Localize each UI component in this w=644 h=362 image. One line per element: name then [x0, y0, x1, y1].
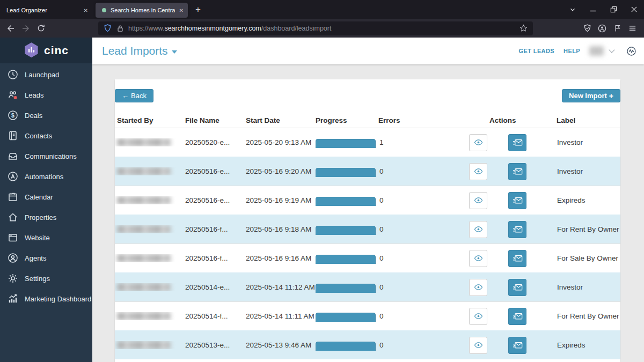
- table-header-row: Started ByFile NameStart DateProgressErr…: [115, 113, 620, 128]
- menu-hamburger-icon[interactable]: [625, 21, 640, 36]
- reload-icon[interactable]: [33, 21, 48, 36]
- new-tab-button[interactable]: +: [188, 4, 208, 15]
- browser-tab-bar: Lead Organizer ✕ Search Homes in Central…: [0, 0, 644, 19]
- send-mail-icon: [513, 313, 523, 320]
- send-mail-icon: [513, 139, 523, 146]
- cell-started-by: [115, 167, 185, 175]
- email-import-button[interactable]: [508, 192, 526, 209]
- settings-icon: [7, 273, 19, 284]
- email-import-button[interactable]: [508, 163, 526, 180]
- back-button[interactable]: ←Back: [115, 89, 153, 102]
- call-activity-icon[interactable]: [626, 46, 636, 56]
- cell-file-name: 20250516-f...: [185, 254, 246, 262]
- sidebar-item-properties[interactable]: Properties: [0, 207, 92, 227]
- sidebar-item-settings[interactable]: Settings: [0, 268, 92, 289]
- cell-label: For Sale By Owner: [557, 254, 620, 262]
- progress-bar: [316, 313, 376, 322]
- sidebar-item-automations[interactable]: Automations: [0, 166, 92, 187]
- view-import-button[interactable]: [469, 337, 487, 354]
- cell-file-name: 20250516-e...: [185, 196, 246, 204]
- communications-icon: [7, 151, 19, 161]
- cell-file-name: 20250516-f...: [185, 225, 246, 233]
- email-import-button[interactable]: [508, 221, 526, 238]
- email-import-button[interactable]: [508, 250, 526, 267]
- view-import-button[interactable]: [469, 250, 487, 267]
- cell-progress: [316, 311, 378, 322]
- protections-shield-icon[interactable]: [580, 21, 595, 36]
- view-import-button[interactable]: [469, 279, 487, 296]
- send-mail-icon: [513, 226, 523, 233]
- tab-list-chevron-icon[interactable]: [562, 0, 583, 19]
- cell-started-by: [115, 283, 185, 291]
- new-import-button[interactable]: New Import+: [562, 89, 620, 102]
- cell-label: For Rent By Owner: [557, 312, 620, 320]
- email-import-button[interactable]: [508, 134, 526, 151]
- view-import-button[interactable]: [469, 163, 487, 180]
- browser-tab-lead-organizer[interactable]: Lead Organizer ✕: [0, 3, 92, 18]
- column-header-progress: Progress: [316, 116, 378, 124]
- cell-errors: 1: [378, 138, 466, 146]
- cell-start-date: 2025-05-20 9:13 AM: [246, 138, 316, 146]
- close-button[interactable]: [624, 0, 644, 19]
- tracking-shield-icon[interactable]: [104, 24, 112, 32]
- url-bar[interactable]: https://www.searchhomesinmontgomery.com/…: [98, 21, 533, 35]
- started-by-redacted: [117, 196, 171, 204]
- view-import-button[interactable]: [469, 192, 487, 209]
- flag-extension-icon[interactable]: [610, 21, 625, 36]
- lock-icon[interactable]: [116, 25, 124, 32]
- svg-text:$: $: [11, 112, 14, 119]
- eye-icon: [474, 312, 483, 321]
- sidebar-item-label: Contacts: [25, 132, 52, 140]
- sidebar-item-contacts[interactable]: Contacts: [0, 125, 92, 146]
- cell-errors: 0: [378, 254, 466, 262]
- cell-actions: [466, 192, 557, 209]
- cell-errors: 0: [378, 225, 466, 233]
- cell-label: Investor: [557, 167, 620, 175]
- cell-started-by: [115, 254, 185, 262]
- account-icon[interactable]: [595, 21, 610, 36]
- eye-icon: [474, 167, 483, 176]
- cell-errors: 0: [378, 196, 466, 204]
- bookmark-star-icon[interactable]: [519, 24, 528, 32]
- sidebar-item-label: Communications: [25, 152, 77, 160]
- email-import-button[interactable]: [508, 279, 526, 296]
- browser-tab-search-homes[interactable]: Search Homes in Central Alaba ✕: [96, 3, 188, 18]
- back-nav-icon[interactable]: [3, 21, 18, 36]
- view-import-button[interactable]: [469, 221, 487, 238]
- sidebar-item-leads[interactable]: Leads: [0, 85, 92, 105]
- tab-close-icon[interactable]: ✕: [79, 8, 88, 13]
- account-chevron-icon[interactable]: [609, 47, 614, 53]
- view-import-button[interactable]: [469, 308, 487, 325]
- sidebar-item-website[interactable]: Website: [0, 227, 92, 248]
- restore-button[interactable]: [603, 0, 624, 19]
- progress-bar: [316, 139, 376, 148]
- forward-nav-icon[interactable]: [18, 21, 33, 36]
- cell-actions: [466, 163, 557, 180]
- tab-close-icon[interactable]: ✕: [175, 8, 184, 13]
- sidebar-item-marketing-dashboard[interactable]: Marketing Dashboard: [0, 289, 92, 309]
- sidebar-item-launchpad[interactable]: Launchpad: [0, 64, 92, 85]
- minimize-button[interactable]: [583, 0, 603, 19]
- help-link[interactable]: HELP: [564, 48, 580, 54]
- cell-actions: [466, 337, 557, 354]
- avatar[interactable]: [589, 46, 604, 56]
- cell-started-by: [115, 341, 185, 349]
- sidebar-item-agents[interactable]: Agents: [0, 248, 92, 268]
- sidebar-item-communications[interactable]: Communications: [0, 146, 92, 166]
- send-mail-icon: [513, 284, 523, 291]
- email-import-button[interactable]: [508, 337, 526, 354]
- sidebar-item-calendar[interactable]: Calendar: [0, 187, 92, 207]
- page-title-dropdown[interactable]: Lead Imports: [102, 45, 177, 57]
- import-row: 20250516-f... 2025-05-16 9:18 AM 0 For R…: [115, 215, 620, 243]
- progress-bar: [316, 168, 376, 177]
- sidebar-item-label: Launchpad: [25, 71, 59, 79]
- email-import-button[interactable]: [508, 308, 526, 325]
- progress-bar: [316, 284, 376, 293]
- get-leads-link[interactable]: GET LEADS: [519, 48, 555, 54]
- view-import-button[interactable]: [469, 134, 487, 151]
- chevron-down-icon: [172, 50, 177, 54]
- column-header-file-name: File Name: [185, 116, 246, 124]
- sidebar-item-deals[interactable]: $Deals: [0, 105, 92, 125]
- cell-errors: 0: [378, 312, 466, 320]
- cell-file-name: 20250514-f...: [185, 312, 246, 320]
